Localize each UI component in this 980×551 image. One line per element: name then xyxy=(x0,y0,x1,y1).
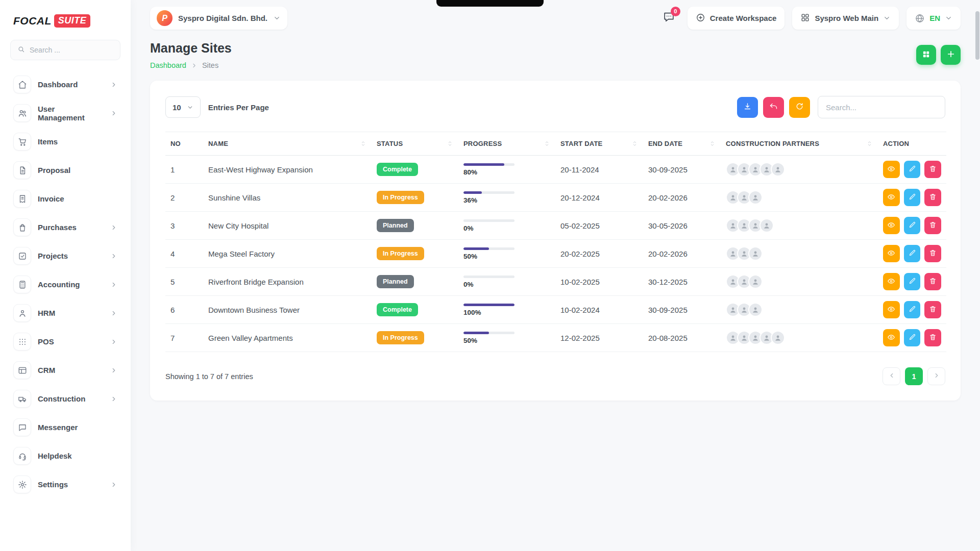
sidebar-item-label: Projects xyxy=(38,252,68,260)
view-button[interactable] xyxy=(883,273,900,290)
chevron-down-icon xyxy=(273,14,281,22)
delete-button[interactable] xyxy=(924,189,941,206)
proposal-icon xyxy=(13,161,31,179)
partner-avatar[interactable] xyxy=(748,274,763,289)
view-button[interactable] xyxy=(883,161,900,178)
construction-partners xyxy=(726,274,873,289)
chevron-down-icon xyxy=(883,14,891,22)
sidebar-item-construction[interactable]: Construction xyxy=(9,387,121,411)
pagination-page-1[interactable]: 1 xyxy=(905,367,923,385)
column-header-status[interactable]: STATUS xyxy=(372,132,458,156)
status-badge: Planned xyxy=(377,219,414,232)
partner-avatar[interactable] xyxy=(771,162,785,177)
sidebar-item-projects[interactable]: Projects xyxy=(9,244,121,268)
table-search-input[interactable] xyxy=(818,96,945,118)
undo-button[interactable] xyxy=(763,97,784,118)
screen-notch xyxy=(436,0,544,7)
progress-value: 0% xyxy=(463,281,514,288)
column-header-name[interactable]: NAME xyxy=(203,132,372,156)
partner-avatar[interactable] xyxy=(748,246,763,261)
column-header-end-date[interactable]: END DATE xyxy=(643,132,721,156)
view-button[interactable] xyxy=(883,301,900,318)
construction-partners xyxy=(726,218,873,233)
pagination-prev-button[interactable] xyxy=(883,367,900,385)
edit-button[interactable] xyxy=(904,161,921,178)
delete-button[interactable] xyxy=(924,301,941,318)
delete-button[interactable] xyxy=(924,217,941,234)
column-header-construction-partners[interactable]: CONSTRUCTION PARTNERS xyxy=(721,132,878,156)
sidebar-item-proposal[interactable]: Proposal xyxy=(9,158,121,182)
pagination-next-button[interactable] xyxy=(927,367,945,385)
edit-button[interactable] xyxy=(904,217,921,234)
partner-avatar[interactable] xyxy=(748,303,763,317)
crm-icon xyxy=(13,361,31,379)
scrollbar[interactable] xyxy=(975,0,980,551)
grid-view-button[interactable] xyxy=(916,45,936,65)
table-row: 2Sunshine VillasIn Progress36%20-12-2024… xyxy=(165,184,946,212)
partner-avatar[interactable] xyxy=(771,331,785,345)
create-workspace-button[interactable]: Create Workspace xyxy=(688,7,785,30)
status-badge: In Progress xyxy=(377,331,424,344)
sidebar-item-invoice[interactable]: Invoice xyxy=(9,187,121,211)
users-icon xyxy=(13,104,31,122)
sidebar-item-helpdesk[interactable]: Helpdesk xyxy=(9,444,121,468)
main-area: P Syspro Digital Sdn. Bhd. 0 Create Work… xyxy=(131,0,980,551)
sidebar-item-hrm[interactable]: HRM xyxy=(9,301,121,325)
view-button[interactable] xyxy=(883,217,900,234)
pencil-icon xyxy=(909,277,916,286)
entries-per-page-select[interactable]: 10 xyxy=(165,96,201,118)
edit-button[interactable] xyxy=(904,273,921,290)
refresh-button[interactable] xyxy=(789,97,810,118)
start-date: 12-02-2025 xyxy=(560,334,600,342)
progress-bar: 0% xyxy=(463,219,514,232)
partner-avatar[interactable] xyxy=(748,190,763,205)
sidebar-item-messenger[interactable]: Messenger xyxy=(9,415,121,439)
progress-value: 50% xyxy=(463,337,514,344)
topbar-actions: 0 Create Workspace Syspro Web Main EN xyxy=(658,7,961,30)
messages-button[interactable]: 0 xyxy=(658,8,680,29)
sidebar-item-dashboard[interactable]: Dashboard xyxy=(9,72,121,96)
sidebar-item-accounting[interactable]: Accounting xyxy=(9,272,121,296)
sidebar-item-purchases[interactable]: Purchases xyxy=(9,215,121,239)
eye-icon xyxy=(887,277,895,287)
edit-button[interactable] xyxy=(904,189,921,206)
delete-button[interactable] xyxy=(924,273,941,290)
edit-button[interactable] xyxy=(904,301,921,318)
scrollbar-thumb[interactable] xyxy=(975,11,979,60)
start-date: 10-02-2025 xyxy=(560,278,600,286)
edit-button[interactable] xyxy=(904,329,921,346)
delete-button[interactable] xyxy=(924,329,941,346)
sites-table-body: 1East-West Highway ExpansionComplete80%2… xyxy=(165,156,946,352)
sort-icon xyxy=(447,140,453,147)
sidebar-search[interactable] xyxy=(10,40,120,60)
delete-button[interactable] xyxy=(924,245,941,262)
app-switcher-button[interactable]: Syspro Web Main xyxy=(792,7,899,30)
sidebar-item-items[interactable]: Items xyxy=(9,130,121,154)
view-button[interactable] xyxy=(883,329,900,346)
entries-control: 10 Entries Per Page xyxy=(165,96,269,118)
sidebar-item-pos[interactable]: POS xyxy=(9,330,121,354)
sidebar-item-settings[interactable]: Settings xyxy=(9,472,121,496)
sidebar-item-crm[interactable]: CRM xyxy=(9,358,121,382)
page-header: Manage Sites Dashboard Sites xyxy=(150,41,961,69)
progress-value: 36% xyxy=(463,196,514,204)
column-header-progress[interactable]: PROGRESS xyxy=(458,132,555,156)
breadcrumb-dashboard-link[interactable]: Dashboard xyxy=(150,61,186,69)
language-selector[interactable]: EN xyxy=(906,7,961,30)
view-button[interactable] xyxy=(883,189,900,206)
column-header-start-date[interactable]: START DATE xyxy=(555,132,643,156)
start-date: 10-02-2024 xyxy=(560,306,600,314)
view-button[interactable] xyxy=(883,245,900,262)
workspace-selector[interactable]: P Syspro Digital Sdn. Bhd. xyxy=(150,7,287,30)
partner-avatar[interactable] xyxy=(760,218,774,233)
items-icon xyxy=(13,133,31,151)
delete-button[interactable] xyxy=(924,161,941,178)
sidebar-item-user-management[interactable]: User Management xyxy=(9,101,121,125)
edit-button[interactable] xyxy=(904,245,921,262)
sidebar-search-input[interactable] xyxy=(30,46,113,54)
export-button[interactable] xyxy=(737,97,758,118)
progress-value: 50% xyxy=(463,253,514,260)
status-badge: Planned xyxy=(377,275,414,288)
sidebar-item-label: CRM xyxy=(38,366,55,374)
add-site-button[interactable] xyxy=(941,45,961,65)
